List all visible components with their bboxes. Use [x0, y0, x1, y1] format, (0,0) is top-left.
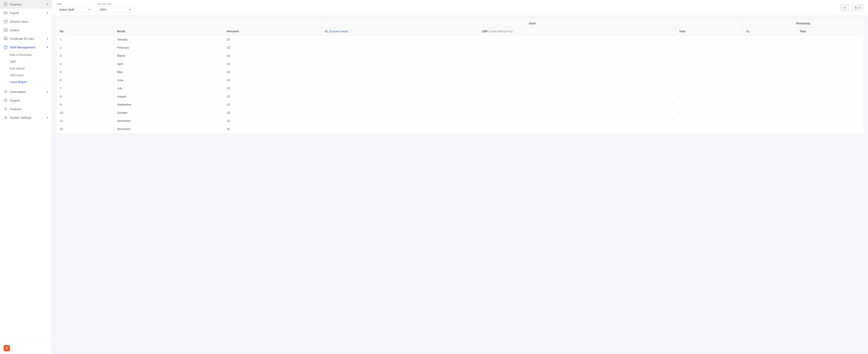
cell-total-remaining: -	[796, 117, 863, 125]
cell-month: July	[114, 84, 223, 92]
sidebar-sub-item-staff[interactable]: Staff	[0, 58, 52, 65]
cell-month: April	[114, 60, 223, 68]
cell-no: 1	[57, 35, 114, 44]
cell-total-remaining: -	[796, 44, 863, 52]
th-total-used: Total	[676, 28, 743, 35]
sidebar: Expense ▾ Payroll ▾ Session Years Galler…	[0, 0, 52, 354]
sidebar-item-features[interactable]: Features	[0, 105, 52, 113]
cell-lwp: -	[478, 76, 676, 84]
settings-icon	[4, 116, 8, 120]
sidebar-item-payroll[interactable]: Payroll ▾	[0, 9, 52, 17]
sidebar-item-session-years[interactable]: Session Years	[0, 17, 52, 26]
cell-lwp: -	[478, 101, 676, 109]
session-year-label: Session Year	[97, 3, 133, 5]
th-allocated: Allocated	[223, 28, 321, 35]
svg-rect-11	[4, 29, 7, 32]
cell-no: 7	[57, 84, 114, 92]
table-row: 2 February 10 - - - - -	[57, 44, 864, 52]
th-cl-remaining: CL	[743, 28, 796, 35]
cell-lwp: -	[478, 68, 676, 76]
cell-month: February	[114, 44, 223, 52]
svg-point-18	[5, 101, 6, 101]
sidebar-sub-item-bulk-upload[interactable]: Bulk Upload	[0, 65, 52, 72]
sidebar-item-expense[interactable]: Expense ▾	[0, 0, 52, 9]
sidebar-bottom: S	[0, 342, 52, 354]
cell-cl: -	[321, 92, 478, 101]
cell-total-used: -	[676, 84, 743, 92]
gallery-icon	[4, 28, 8, 32]
cell-lwp: -	[478, 117, 676, 125]
cell-no: 11	[57, 117, 114, 125]
download-icon: ⬇	[855, 6, 857, 9]
table-row: 5 May 10 - - - - -	[57, 68, 864, 76]
th-used: Used	[321, 20, 743, 28]
sidebar-item-support[interactable]: Support	[0, 96, 52, 105]
sidebar-item-expense-label: Expense	[10, 3, 22, 6]
sidebar-item-certificate[interactable]: Certificate ID Card ▾	[0, 34, 52, 43]
table-container: Used Remaining No. Month Allocated CL (C…	[52, 16, 868, 354]
chevron-down-icon: ▾	[47, 90, 48, 93]
table-row: 12 December 10 - - - - -	[57, 125, 864, 133]
session-year-select[interactable]: 2024 2023 2022	[97, 6, 133, 13]
svg-point-22	[5, 117, 6, 118]
cell-no: 9	[57, 101, 114, 109]
cell-month: January	[114, 35, 223, 44]
cell-allocated: 10	[223, 52, 321, 60]
table-sub-header-row: No. Month Allocated CL (Casual Leave) LW…	[57, 28, 864, 35]
cell-total-remaining: -	[796, 35, 863, 44]
cell-cl-remaining: -	[743, 109, 796, 117]
sidebar-item-certificate-label: Certificate ID Card	[10, 37, 34, 40]
cell-total-used: -	[676, 92, 743, 101]
cell-allocated: 10	[223, 44, 321, 52]
staff-form-group: Staff Select Staff	[57, 3, 93, 13]
table-row: 10 October 10 - - - - -	[57, 109, 864, 117]
th-remaining: Remaining	[743, 20, 864, 28]
cell-cl: -	[321, 117, 478, 125]
download-button[interactable]: ⬇ ▾	[851, 4, 864, 11]
cell-allocated: 10	[223, 35, 321, 44]
sidebar-item-subscription[interactable]: Subscription ▾	[0, 88, 52, 96]
cell-total-used: -	[676, 35, 743, 44]
calendar-icon	[4, 20, 8, 24]
sidebar-sub-item-role-permission[interactable]: Role & Permission	[0, 52, 52, 58]
cell-cl-remaining: -	[743, 125, 796, 133]
table-body: 1 January 10 - - - - - 2 February 10 - -…	[57, 35, 864, 133]
cell-cl: -	[321, 76, 478, 84]
cell-allocated: 10	[223, 60, 321, 68]
chevron-down-icon: ▾	[47, 37, 48, 40]
cell-total-used: -	[676, 44, 743, 52]
cell-total-remaining: -	[796, 109, 863, 117]
svg-rect-4	[4, 12, 7, 14]
logo-icon: S	[4, 345, 10, 351]
cell-total-used: -	[676, 101, 743, 109]
table-row: 3 March 10 - - - - -	[57, 52, 864, 60]
refresh-button[interactable]: ↻	[840, 4, 849, 11]
cell-total-used: -	[676, 76, 743, 84]
sidebar-sub-item-staff-leave[interactable]: Staff Leave	[0, 72, 52, 79]
cell-total-remaining: -	[796, 84, 863, 92]
th-lwp: LWP (Leave Without Pay)	[478, 28, 676, 35]
sidebar-item-gallery[interactable]: Gallery	[0, 26, 52, 34]
table-row: 9 September 10 - - - - -	[57, 101, 864, 109]
cell-month: November	[114, 117, 223, 125]
cell-total-used: -	[676, 109, 743, 117]
cell-allocated: 10	[223, 68, 321, 76]
cell-allocated: 10	[223, 109, 321, 117]
puzzle-icon	[4, 90, 8, 94]
cell-no: 12	[57, 125, 114, 133]
table-group-header-row: Used Remaining	[57, 20, 864, 28]
sidebar-item-system-settings[interactable]: System Settings ▾	[0, 113, 52, 122]
cell-month: May	[114, 68, 223, 76]
th-no: No.	[57, 28, 114, 35]
svg-rect-7	[4, 20, 7, 23]
cell-cl-remaining: -	[743, 44, 796, 52]
cell-no: 6	[57, 76, 114, 84]
refresh-icon: ↻	[844, 6, 846, 9]
sidebar-sub-item-leave-report[interactable]: Leave Report	[0, 79, 52, 86]
cell-no: 2	[57, 44, 114, 52]
chevron-down-icon: ▾	[47, 3, 48, 6]
table-row: 11 November 10 - - - - -	[57, 117, 864, 125]
sidebar-item-staff-management[interactable]: Staff Management ▾	[0, 43, 52, 52]
staff-select[interactable]: Select Staff	[57, 6, 93, 13]
cell-cl-remaining: -	[743, 60, 796, 68]
